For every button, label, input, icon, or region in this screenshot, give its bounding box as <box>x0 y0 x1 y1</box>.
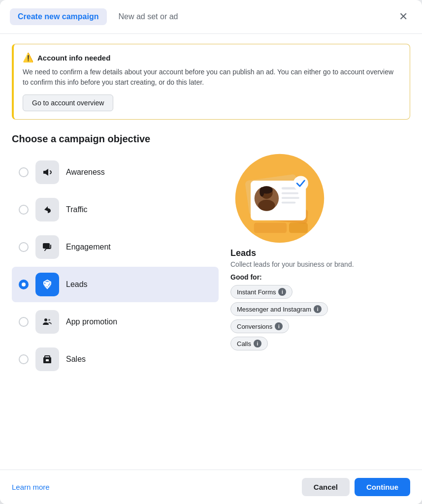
tag-messenger-instagram-label: Messenger and Instagram <box>237 306 311 313</box>
svg-rect-17 <box>282 192 298 194</box>
close-icon: ✕ <box>399 10 408 23</box>
app-promotion-icon <box>41 316 53 328</box>
objective-awareness[interactable]: Awareness <box>12 155 219 190</box>
svg-point-3 <box>48 319 50 321</box>
leads-label: Leads <box>66 280 88 289</box>
svg-point-13 <box>258 200 275 211</box>
radio-sales[interactable] <box>19 354 29 364</box>
svg-rect-18 <box>282 197 299 199</box>
good-for-label: Good for: <box>230 273 410 281</box>
info-icon-instant-forms[interactable]: i <box>278 288 286 296</box>
tag-calls: Calls i <box>230 337 268 350</box>
detail-description: Collect leads for your business or brand… <box>230 260 410 268</box>
radio-leads[interactable] <box>19 280 29 289</box>
objective-app-promotion[interactable]: App promotion <box>12 304 219 340</box>
svg-point-15 <box>260 187 264 196</box>
cancel-button[interactable]: Cancel <box>302 478 350 496</box>
svg-rect-22 <box>289 222 308 233</box>
warning-icon: ⚠️ <box>23 52 33 63</box>
tag-conversions: Conversions i <box>230 319 289 333</box>
info-icon-calls[interactable]: i <box>254 340 261 347</box>
objectives-list: Awareness Traffic <box>12 155 219 377</box>
info-icon-conversions[interactable]: i <box>275 322 283 330</box>
learn-more-link[interactable]: Learn more <box>12 483 50 491</box>
objectives-layout: Awareness Traffic <box>12 155 410 377</box>
tag-instant-forms: Instant Forms i <box>230 285 292 299</box>
radio-traffic[interactable] <box>19 205 29 215</box>
tag-calls-label: Calls <box>237 340 251 347</box>
traffic-icon-wrap <box>35 198 59 221</box>
leads-illustration <box>230 157 329 240</box>
radio-awareness[interactable] <box>19 167 29 177</box>
warning-text: We need to confirm a few details about y… <box>23 67 401 88</box>
leads-icon-wrap <box>35 273 59 296</box>
engagement-icon-wrap <box>35 235 59 259</box>
objective-engagement[interactable]: Engagement <box>12 229 219 265</box>
tab-new-ad-set[interactable]: New ad set or ad <box>115 8 182 25</box>
footer-actions: Cancel Continue <box>302 478 410 496</box>
tags-list: Instant Forms i Messenger and Instagram … <box>230 285 410 350</box>
detail-title: Leads <box>230 248 410 258</box>
objective-sales[interactable]: Sales <box>12 342 219 377</box>
radio-engagement[interactable] <box>19 242 29 252</box>
svg-rect-0 <box>43 243 50 249</box>
engagement-label: Engagement <box>66 243 111 252</box>
awareness-icon <box>41 166 53 178</box>
campaign-modal: Create new campaign New ad set or ad ✕ ⚠… <box>0 0 422 504</box>
info-icon-messenger[interactable]: i <box>314 305 322 313</box>
continue-button[interactable]: Continue <box>355 478 410 496</box>
traffic-label: Traffic <box>66 205 88 214</box>
awareness-icon-wrap <box>35 160 59 184</box>
warning-banner: ⚠️ Account info needed We need to confir… <box>12 44 410 120</box>
svg-point-2 <box>44 318 47 321</box>
modal-footer: Learn more Cancel Continue <box>0 470 422 504</box>
app-promotion-label: App promotion <box>66 317 117 326</box>
svg-rect-19 <box>282 202 296 204</box>
tag-conversions-label: Conversions <box>237 323 272 330</box>
modal-header: Create new campaign New ad set or ad ✕ <box>0 0 422 34</box>
svg-rect-5 <box>45 356 50 358</box>
traffic-icon <box>41 204 53 216</box>
svg-rect-6 <box>46 359 49 361</box>
objective-leads[interactable]: Leads <box>12 267 219 302</box>
account-overview-button[interactable]: Go to account overview <box>23 94 113 111</box>
modal-body: ⚠️ Account info needed We need to confir… <box>0 34 422 470</box>
sales-icon <box>41 353 53 365</box>
svg-rect-21 <box>254 222 287 233</box>
tag-instant-forms-label: Instant Forms <box>237 288 276 296</box>
svg-point-20 <box>293 176 308 190</box>
objective-traffic[interactable]: Traffic <box>12 192 219 227</box>
awareness-label: Awareness <box>66 168 105 177</box>
engagement-icon <box>41 241 53 253</box>
tag-messenger-instagram: Messenger and Instagram i <box>230 302 328 316</box>
tab-create-campaign[interactable]: Create new campaign <box>10 8 107 25</box>
radio-app-promotion[interactable] <box>19 317 29 327</box>
detail-panel: Leads Collect leads for your business or… <box>230 155 410 377</box>
warning-title: ⚠️ Account info needed <box>23 52 401 63</box>
app-promotion-icon-wrap <box>35 310 59 334</box>
section-title: Choose a campaign objective <box>12 133 410 145</box>
sales-icon-wrap <box>35 347 59 371</box>
close-button[interactable]: ✕ <box>394 8 412 26</box>
sales-label: Sales <box>66 355 86 364</box>
leads-icon <box>41 279 53 290</box>
